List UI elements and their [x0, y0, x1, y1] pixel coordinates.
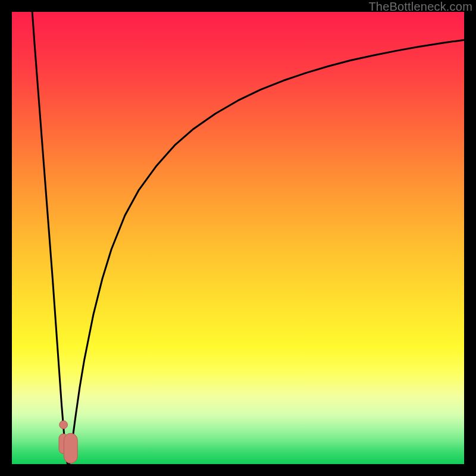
svg-point-1: [60, 421, 68, 429]
curve-right-branch: [70, 40, 464, 464]
svg-rect-2: [64, 433, 77, 463]
plot-area: [12, 12, 464, 464]
marker-right: [64, 433, 77, 463]
chart-svg: [12, 12, 464, 464]
chart-frame: TheBottleneck.com: [0, 0, 476, 476]
curve-left-branch: [32, 12, 67, 464]
